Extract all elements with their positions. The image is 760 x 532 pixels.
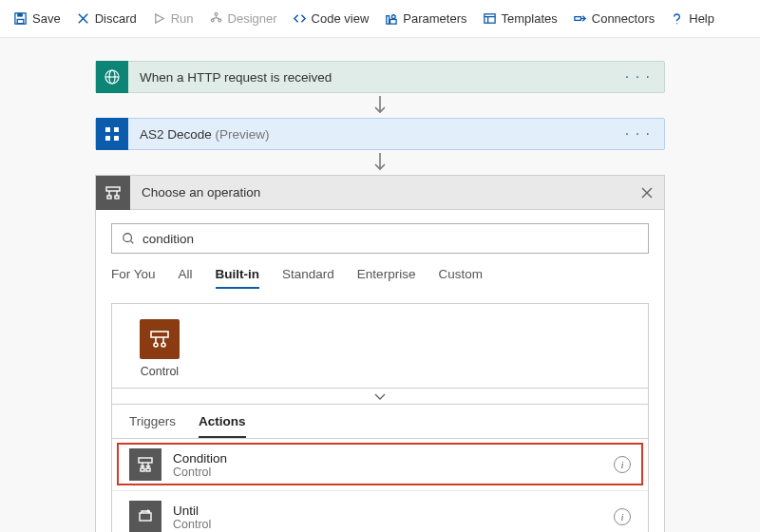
svg-point-8 bbox=[218, 19, 220, 22]
connectors-button[interactable]: Connectors bbox=[567, 8, 660, 29]
codeview-label: Code view bbox=[312, 11, 370, 26]
help-icon bbox=[670, 11, 684, 26]
expand-connectors[interactable] bbox=[111, 388, 649, 405]
flow-arrow bbox=[95, 150, 665, 175]
category-tabs: For You All Built-in Standard Enterprise… bbox=[111, 267, 649, 295]
svg-rect-14 bbox=[390, 19, 397, 24]
designer-canvas: When a HTTP request is received · · · AS… bbox=[0, 38, 760, 532]
step-http-trigger[interactable]: When a HTTP request is received · · · bbox=[95, 61, 665, 93]
discard-icon bbox=[76, 11, 90, 26]
parameters-label: Parameters bbox=[403, 11, 466, 26]
action-condition[interactable]: Condition Control i bbox=[112, 438, 648, 490]
parameters-button[interactable]: Parameters bbox=[378, 8, 472, 29]
svg-line-10 bbox=[212, 18, 216, 19]
condition-icon bbox=[129, 448, 162, 481]
search-input[interactable] bbox=[142, 232, 638, 246]
action-type-tabs: Triggers Actions bbox=[111, 405, 649, 438]
step-http-menu[interactable]: · · · bbox=[612, 68, 664, 86]
svg-rect-12 bbox=[387, 16, 390, 24]
svg-rect-28 bbox=[114, 136, 119, 141]
designer-button[interactable]: Designer bbox=[203, 8, 283, 29]
svg-rect-34 bbox=[115, 196, 119, 199]
action-condition-text: Condition Control bbox=[173, 451, 614, 479]
svg-rect-44 bbox=[139, 458, 152, 463]
designer-icon bbox=[209, 11, 223, 26]
tab-triggers[interactable]: Triggers bbox=[129, 414, 176, 438]
until-icon bbox=[129, 501, 162, 532]
tab-builtin[interactable]: Built-in bbox=[216, 267, 260, 289]
search-box[interactable] bbox=[111, 223, 649, 254]
svg-rect-33 bbox=[107, 196, 111, 199]
parameters-icon bbox=[384, 11, 398, 26]
discard-label: Discard bbox=[95, 11, 137, 26]
svg-rect-25 bbox=[105, 127, 110, 132]
svg-rect-18 bbox=[575, 17, 581, 21]
connector-control[interactable]: Control bbox=[129, 319, 190, 378]
step-http-title: When a HTTP request is received bbox=[128, 70, 612, 85]
codeview-icon bbox=[293, 11, 307, 26]
discard-button[interactable]: Discard bbox=[70, 8, 142, 29]
flow-arrow bbox=[95, 93, 665, 118]
close-button[interactable] bbox=[630, 176, 664, 210]
action-until[interactable]: Until Control i bbox=[112, 490, 648, 532]
svg-point-20 bbox=[676, 23, 677, 24]
run-button[interactable]: Run bbox=[146, 8, 200, 29]
action-until-text: Until Control bbox=[173, 504, 614, 531]
svg-rect-30 bbox=[106, 187, 120, 191]
connectors-label: Connectors bbox=[592, 11, 655, 26]
svg-rect-15 bbox=[484, 14, 494, 23]
templates-button[interactable]: Templates bbox=[477, 8, 563, 29]
svg-point-37 bbox=[124, 234, 132, 242]
svg-rect-48 bbox=[146, 468, 150, 471]
chevron-down-icon bbox=[373, 391, 387, 401]
save-button[interactable]: Save bbox=[8, 8, 66, 29]
svg-point-7 bbox=[211, 19, 214, 22]
as2-icon bbox=[96, 118, 128, 150]
tab-foryou[interactable]: For You bbox=[111, 267, 156, 287]
svg-rect-49 bbox=[140, 513, 151, 521]
run-label: Run bbox=[171, 11, 194, 26]
svg-point-42 bbox=[154, 343, 158, 347]
search-icon bbox=[122, 232, 135, 245]
info-icon[interactable]: i bbox=[614, 508, 631, 525]
svg-rect-39 bbox=[151, 332, 168, 337]
toolbar: Save Discard Run Designer Code view Para… bbox=[0, 0, 760, 38]
step-as2-decode[interactable]: AS2 Decode (Preview) · · · bbox=[95, 118, 665, 150]
svg-line-38 bbox=[131, 241, 134, 244]
svg-rect-26 bbox=[114, 127, 119, 132]
codeview-button[interactable]: Code view bbox=[287, 8, 375, 29]
help-label: Help bbox=[689, 11, 714, 26]
connector-grid: Control bbox=[111, 303, 649, 388]
templates-label: Templates bbox=[502, 11, 558, 26]
step-as2-menu[interactable]: · · · bbox=[612, 125, 664, 142]
run-icon bbox=[152, 11, 166, 26]
tab-actions[interactable]: Actions bbox=[199, 414, 246, 438]
tab-all[interactable]: All bbox=[179, 267, 193, 287]
svg-rect-47 bbox=[141, 468, 144, 471]
svg-point-6 bbox=[215, 12, 218, 15]
save-label: Save bbox=[32, 11, 61, 26]
tab-custom[interactable]: Custom bbox=[438, 267, 483, 287]
control-icon bbox=[140, 319, 180, 359]
help-button[interactable]: Help bbox=[664, 8, 720, 29]
choose-operation-panel: Choose an operation For You All Built-in… bbox=[95, 175, 665, 532]
operation-icon bbox=[96, 176, 130, 210]
designer-label: Designer bbox=[228, 11, 277, 26]
step-as2-title: AS2 Decode (Preview) bbox=[128, 127, 612, 142]
svg-point-13 bbox=[392, 15, 396, 19]
svg-rect-2 bbox=[17, 19, 24, 23]
panel-header: Choose an operation bbox=[96, 176, 664, 210]
tab-standard[interactable]: Standard bbox=[282, 267, 334, 287]
svg-point-43 bbox=[162, 343, 165, 347]
connectors-icon bbox=[573, 11, 587, 26]
tab-enterprise[interactable]: Enterprise bbox=[357, 267, 416, 287]
action-list: Condition Control i Until Control i bbox=[111, 438, 649, 532]
connector-control-label: Control bbox=[141, 365, 179, 378]
svg-rect-1 bbox=[17, 13, 23, 17]
svg-marker-5 bbox=[155, 14, 162, 23]
svg-line-11 bbox=[216, 18, 219, 19]
http-icon bbox=[96, 61, 128, 93]
save-icon bbox=[13, 11, 28, 26]
panel-title: Choose an operation bbox=[130, 185, 630, 200]
info-icon[interactable]: i bbox=[614, 456, 631, 473]
